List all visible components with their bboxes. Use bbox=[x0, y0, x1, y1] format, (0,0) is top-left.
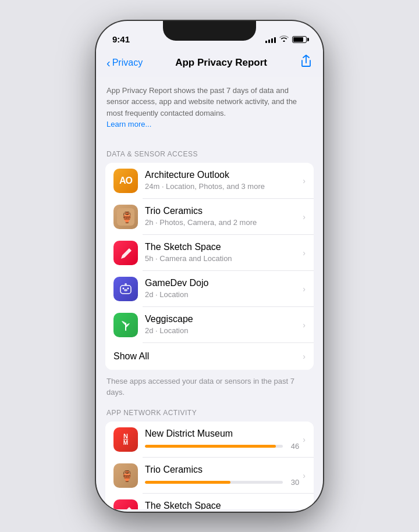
svg-text:🏺: 🏺 bbox=[120, 470, 134, 483]
app-detail: 5h · Camera and Location bbox=[145, 254, 299, 264]
app-icon-sketch-space-network bbox=[113, 499, 138, 509]
network-bar-bg bbox=[145, 445, 283, 448]
network-list-item[interactable]: The Sketch Space 25 › bbox=[105, 494, 314, 509]
svg-text:🏺: 🏺 bbox=[120, 211, 134, 224]
network-bar-fill bbox=[145, 481, 230, 484]
app-icon-sketch-space bbox=[113, 241, 138, 265]
back-label: Privacy bbox=[112, 58, 143, 68]
svg-point-5 bbox=[124, 289, 127, 291]
app-info: The Sketch Space 5h · Camera and Locatio… bbox=[145, 241, 299, 264]
chevron-right-icon: › bbox=[303, 507, 306, 509]
show-all-button[interactable]: Show All › bbox=[105, 343, 314, 370]
app-icon-architecture-outlook: AO bbox=[113, 169, 138, 193]
learn-more-link[interactable]: Learn more... bbox=[106, 120, 151, 128]
app-detail: 2d · Location bbox=[145, 290, 299, 300]
app-name: Trio Ceramics bbox=[145, 205, 299, 217]
chevron-right-icon: › bbox=[303, 471, 306, 480]
network-list-item[interactable]: NM New District Museum 46 › bbox=[105, 422, 314, 458]
chevron-right-icon: › bbox=[303, 352, 306, 361]
notch bbox=[163, 21, 256, 41]
list-item[interactable]: Veggiscape 2d · Location › bbox=[105, 307, 314, 343]
app-detail: 24m · Location, Photos, and 3 more bbox=[145, 182, 299, 192]
network-activity-header: APP NETWORK ACTIVITY bbox=[96, 398, 323, 422]
signal-icon bbox=[265, 36, 276, 43]
app-icon-trio-ceramics-network: 🏺 bbox=[113, 463, 138, 488]
list-item[interactable]: 🏺 Trio Ceramics 2h · Photos, Camera, and… bbox=[105, 199, 314, 235]
chevron-right-icon: › bbox=[303, 284, 306, 294]
app-icon-new-district-museum: NM bbox=[113, 427, 138, 452]
app-icon-trio-ceramics: 🏺 bbox=[113, 205, 138, 229]
app-name: GameDev Dojo bbox=[145, 277, 299, 290]
app-icon-veggiscape bbox=[113, 313, 138, 337]
main-content: App Privacy Report shows the past 7 days… bbox=[96, 77, 323, 509]
list-item[interactable]: AO Architecture Outlook 24m · Location, … bbox=[105, 163, 314, 199]
network-bar-bg bbox=[145, 481, 283, 484]
back-button[interactable]: ‹ Privacy bbox=[106, 57, 143, 69]
app-info: Trio Ceramics 2h · Photos, Camera, and 2… bbox=[145, 205, 299, 228]
network-list-item[interactable]: 🏺 Trio Ceramics 30 › bbox=[105, 458, 314, 494]
description-text: App Privacy Report shows the past 7 days… bbox=[106, 85, 313, 130]
network-app-name: New District Museum bbox=[145, 428, 299, 440]
chevron-right-icon: › bbox=[303, 320, 306, 330]
status-time: 9:41 bbox=[112, 34, 130, 44]
navigation-bar: ‹ Privacy App Privacy Report bbox=[96, 50, 323, 77]
show-all-label: Show All bbox=[113, 351, 299, 362]
network-info: The Sketch Space 25 bbox=[145, 500, 299, 509]
network-bar-fill bbox=[145, 445, 276, 448]
chevron-right-icon: › bbox=[303, 248, 306, 258]
svg-point-4 bbox=[127, 287, 129, 289]
app-info: Architecture Outlook 24m · Location, Pho… bbox=[145, 169, 299, 192]
app-info: Veggiscape 2d · Location bbox=[145, 313, 299, 336]
app-detail: 2d · Location bbox=[145, 326, 299, 336]
app-name: The Sketch Space bbox=[145, 241, 299, 253]
network-info: New District Museum 46 bbox=[145, 428, 299, 451]
status-icons bbox=[265, 35, 307, 44]
data-sensor-header: DATA & SENSOR ACCESS bbox=[96, 140, 323, 163]
page-title: App Privacy Report bbox=[175, 57, 267, 69]
network-app-name: The Sketch Space bbox=[145, 500, 299, 509]
chevron-right-icon: › bbox=[303, 435, 306, 444]
app-info: GameDev Dojo 2d · Location bbox=[145, 277, 299, 300]
network-bar-row: 30 bbox=[145, 478, 299, 487]
network-count: 46 bbox=[287, 442, 299, 451]
network-count: 30 bbox=[287, 478, 299, 487]
network-app-name: Trio Ceramics bbox=[145, 464, 299, 476]
sensor-footer-note: These apps accessed your data or sensors… bbox=[96, 370, 323, 398]
app-icon-gamedev-dojo bbox=[113, 277, 138, 301]
network-bar-row: 46 bbox=[145, 442, 299, 451]
phone-screen: 9:41 bbox=[96, 21, 323, 512]
back-chevron-icon: ‹ bbox=[106, 57, 111, 69]
svg-point-6 bbox=[125, 283, 127, 285]
wifi-icon bbox=[279, 35, 289, 44]
network-activity-list: NM New District Museum 46 › bbox=[105, 422, 314, 509]
list-item[interactable]: GameDev Dojo 2d · Location › bbox=[105, 271, 314, 307]
app-name: Veggiscape bbox=[145, 313, 299, 326]
svg-point-3 bbox=[123, 287, 125, 289]
app-detail: 2h · Photos, Camera, and 2 more bbox=[145, 218, 299, 228]
description-section: App Privacy Report shows the past 7 days… bbox=[96, 77, 323, 140]
network-info: Trio Ceramics 30 bbox=[145, 464, 299, 487]
phone-device: 9:41 bbox=[96, 21, 323, 512]
chevron-right-icon: › bbox=[303, 176, 306, 185]
list-item[interactable]: The Sketch Space 5h · Camera and Locatio… bbox=[105, 235, 314, 271]
battery-icon bbox=[292, 36, 307, 43]
app-name: Architecture Outlook bbox=[145, 169, 299, 181]
share-button[interactable] bbox=[300, 55, 313, 71]
chevron-right-icon: › bbox=[303, 212, 306, 222]
data-sensor-list: AO Architecture Outlook 24m · Location, … bbox=[105, 163, 314, 370]
